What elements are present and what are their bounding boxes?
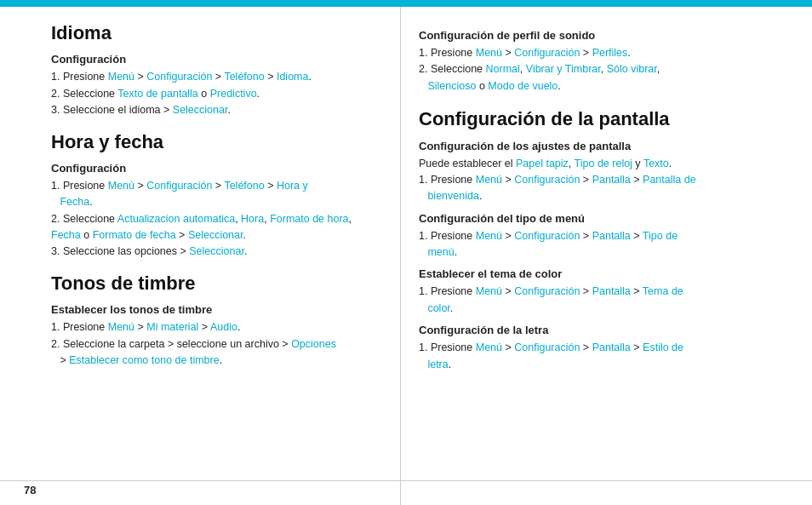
link-config-tipo: Configuración xyxy=(514,230,580,242)
subheading-tonos: Establecer los tonos de timbre xyxy=(51,303,376,316)
top-bar xyxy=(0,0,812,7)
link-hora: Hora xyxy=(241,213,264,225)
link-config-letra: Configuración xyxy=(514,341,580,353)
link-predictivo: Predictivo xyxy=(210,88,257,100)
page-number: 78 xyxy=(24,484,36,496)
tonos-item-2: 2. Seleccione la carpeta > seleccione un… xyxy=(51,336,376,370)
tonos-items: 1. Presione Menú > Mi material > Audio. … xyxy=(51,319,376,369)
hora-item-3: 3. Seleccione las opciones > Seleccionar… xyxy=(51,244,376,260)
link-config-hora: Configuración xyxy=(146,180,212,192)
subsection-tema-color: Establecer el tema de color 1. Presione … xyxy=(419,267,795,317)
hora-items: 1. Presione Menú > Configuración > Teléf… xyxy=(51,178,376,261)
link-solo-vibrar: Sólo vibrar xyxy=(607,63,657,75)
link-normal: Normal xyxy=(486,63,520,75)
perfil-item-2: 2. Seleccione Normal, Vibrar y Timbrar, … xyxy=(419,61,795,95)
link-modo-vuelo: Modo de vuelo xyxy=(488,80,558,92)
link-pantalla-ajustes: Pantalla xyxy=(592,174,631,186)
link-establecer-tono: Establecer como tono de timbre xyxy=(69,354,219,366)
title-pantalla: Configuración de la pantalla xyxy=(419,108,795,130)
title-tonos: Tonos de timbre xyxy=(51,273,376,295)
link-telefono-1: Teléfono xyxy=(224,71,264,83)
content-wrapper: Idioma Configuración 1. Presione Menú > … xyxy=(0,7,812,505)
link-pantalla-letra: Pantalla xyxy=(592,341,631,353)
title-hora-fecha: Hora y fecha xyxy=(51,131,376,153)
hora-item-1: 1. Presione Menú > Configuración > Teléf… xyxy=(51,178,376,211)
link-config-1: Configuración xyxy=(146,71,212,83)
divider-vertical xyxy=(400,7,401,505)
link-telefono-hora: Teléfono xyxy=(224,180,264,192)
link-pantalla-tipo: Pantalla xyxy=(592,230,631,242)
tipo-menu-item-1: 1. Presione Menú > Configuración > Panta… xyxy=(419,228,795,261)
link-pantalla-tema: Pantalla xyxy=(592,285,631,297)
section-tonos: Tonos de timbre Establecer los tonos de … xyxy=(51,273,376,370)
link-formato-fecha: Formato de fecha xyxy=(93,229,176,241)
link-seleccionar-hora: Seleccionar xyxy=(188,229,243,241)
link-texto-pantalla2: Texto xyxy=(643,158,669,169)
section-pantalla: Configuración de la pantalla Configuraci… xyxy=(419,108,795,373)
title-idioma: Idioma xyxy=(51,22,376,44)
link-menu-letra: Menú xyxy=(476,341,502,353)
link-menu-1: Menú xyxy=(108,71,134,83)
link-fecha: Fecha xyxy=(51,229,81,241)
idioma-item-1: 1. Presione Menú > Configuración > Teléf… xyxy=(51,69,376,85)
link-papel-tapiz: Papel tapiz xyxy=(516,158,569,169)
idioma-items: 1. Presione Menú > Configuración > Teléf… xyxy=(51,69,376,118)
subsection-tipo-menu: Configuración del tipo de menú 1. Presio… xyxy=(419,212,795,261)
right-column: Configuración de perfil de sonido 1. Pre… xyxy=(393,7,812,505)
link-audio: Audio xyxy=(210,321,237,333)
link-menu-ajustes: Menú xyxy=(476,174,502,186)
section-hora-fecha: Hora y fecha Configuración 1. Presione M… xyxy=(51,131,376,261)
link-config-ajustes: Configuración xyxy=(514,174,580,186)
subheading-idioma-config: Configuración xyxy=(51,53,376,66)
tema-color-item-1: 1. Presione Menú > Configuración > Panta… xyxy=(419,284,795,317)
link-menu-perfil: Menú xyxy=(476,47,502,59)
ajustes-item-1: 1. Presione Menú > Configuración > Panta… xyxy=(419,172,795,205)
ajustes-intro: Puede establecer el Papel tapiz, Tipo de… xyxy=(419,156,795,172)
link-mi-material: Mi material xyxy=(146,321,198,333)
link-seleccionar-hora2: Seleccionar xyxy=(189,245,244,257)
subheading-hora-config: Configuración xyxy=(51,162,376,175)
idioma-item-2: 2. Seleccione Texto de pantalla o Predic… xyxy=(51,86,376,102)
link-silencioso: Silencioso xyxy=(427,80,476,92)
link-menu-tonos: Menú xyxy=(108,321,134,333)
link-menu-hora: Menú xyxy=(108,180,134,192)
link-menu-tema: Menú xyxy=(476,285,502,297)
subheading-tema-color: Establecer el tema de color xyxy=(419,267,795,280)
link-actualizacion: Actualizacion automatica xyxy=(117,213,235,225)
link-idioma-1: Idioma xyxy=(277,71,309,83)
letra-item-1: 1. Presione Menú > Configuración > Panta… xyxy=(419,340,795,373)
link-menu-tipo: Menú xyxy=(476,230,502,242)
subheading-tipo-menu: Configuración del tipo de menú xyxy=(419,212,795,225)
subheading-letra: Configuración de la letra xyxy=(419,324,795,336)
subheading-perfil-sonido: Configuración de perfil de sonido xyxy=(419,29,795,42)
idioma-item-3: 3. Seleccione el idioma > Seleccionar. xyxy=(51,102,376,118)
perfil-items: 1. Presione Menú > Configuración > Perfi… xyxy=(419,45,795,95)
link-vibrar-timbrar: Vibrar y Timbrar xyxy=(526,63,601,75)
link-seleccionar-1: Seleccionar xyxy=(173,104,228,116)
section-perfil-sonido: Configuración de perfil de sonido 1. Pre… xyxy=(419,29,795,95)
section-idioma: Idioma Configuración 1. Presione Menú > … xyxy=(51,22,376,119)
link-texto-pantalla: Texto de pantalla xyxy=(117,88,198,100)
perfil-item-1: 1. Presione Menú > Configuración > Perfi… xyxy=(419,45,795,61)
tonos-item-1: 1. Presione Menú > Mi material > Audio. xyxy=(51,319,376,336)
left-column: Idioma Configuración 1. Presione Menú > … xyxy=(0,7,393,505)
hora-item-2: 2. Seleccione Actualizacion automatica, … xyxy=(51,211,376,244)
link-config-perfil: Configuración xyxy=(514,47,580,59)
link-opciones: Opciones xyxy=(291,338,336,350)
bottom-line xyxy=(0,480,812,481)
link-config-tema: Configuración xyxy=(514,285,580,297)
subsection-ajustes: Configuración de los ajustes de pantalla… xyxy=(419,140,795,205)
link-formato-hora: Formato de hora xyxy=(270,213,348,225)
link-perfiles: Perfiles xyxy=(592,47,628,59)
link-tipo-reloj: Tipo de reloj xyxy=(575,158,632,169)
subsection-letra: Configuración de la letra 1. Presione Me… xyxy=(419,324,795,373)
subheading-ajustes: Configuración de los ajustes de pantalla xyxy=(419,140,795,152)
